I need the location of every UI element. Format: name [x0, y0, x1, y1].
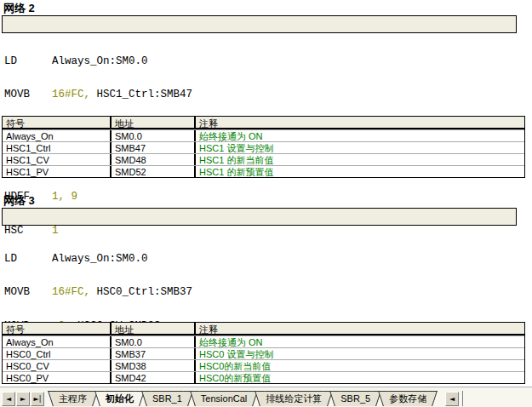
symbol-cell: Always_On [3, 336, 112, 347]
tab-label: 初始化 [106, 393, 134, 404]
symbol-table-header: 符号 [3, 323, 112, 334]
symbol-table-row: Always_On SM0.0 始终接通为 ON [3, 335, 524, 347]
symbol-cell: HSC0_PV [3, 372, 112, 383]
symbol-table-header: 符号 [3, 117, 112, 128]
comment-cell: HSC0的新当前值 [196, 360, 524, 371]
stl-literal: 16#FC, [52, 286, 90, 298]
address-cell: SMB37 [112, 348, 196, 359]
stl-opcode: LD [4, 254, 52, 265]
address-cell: SM0.0 [112, 130, 196, 141]
stl-operand: HSC0_Ctrl:SMB37 [90, 286, 192, 298]
network-comment-bar[interactable] [2, 15, 517, 33]
tab-param-storage[interactable]: 参数存储 [384, 391, 432, 406]
symbol-table-header: 地址 [112, 323, 196, 334]
symbol-table-header: 地址 [112, 117, 196, 128]
tab-init[interactable]: 初始化 [100, 391, 139, 406]
symbol-table: 符号 地址 注释 Always_On SM0.0 始终接通为 ON HSC1_C… [2, 116, 525, 178]
address-cell: SMD42 [112, 372, 196, 383]
tab-tensioncal[interactable]: TensionCal [196, 391, 252, 406]
pou-tab-bar: ◄ ► ►| 主程序 初始化 SBR_1 TensionCal 排线给定计算 S… [0, 387, 532, 407]
address-cell: SMD48 [112, 154, 196, 165]
stl-operand: Always_On:SM0.0 [52, 55, 148, 67]
comment-cell: HSC0 设置与控制 [196, 348, 524, 359]
comment-cell: HSC1 的新预置值 [196, 166, 524, 177]
stl-opcode: LD [4, 56, 52, 67]
stl-literal: 16#FC, [52, 89, 90, 100]
symbol-table-header-row: 符号 地址 注释 [3, 117, 524, 129]
comment-cell: 始终接通为 ON [196, 130, 524, 141]
symbol-table-row: HSC0_CV SMD38 HSC0的新当前值 [3, 359, 524, 371]
symbol-table-header-row: 符号 地址 注释 [3, 323, 524, 335]
tabs-last-button[interactable]: ►| [31, 392, 44, 406]
tabs-scroll-left-button[interactable]: ◄ [445, 392, 459, 406]
symbol-cell: HSC1_CV [3, 154, 112, 165]
stl-code-line: LDAlways_On:SM0.0 [4, 56, 192, 67]
address-cell: SMD52 [112, 166, 196, 177]
tab-label: SBR_5 [340, 393, 370, 404]
symbol-table-header: 注释 [196, 117, 524, 128]
stl-editor-view: 网络 2 LDAlways_On:SM0.0 MOVB16#FC, HSC1_C… [0, 0, 532, 407]
address-cell: SMB47 [112, 142, 196, 153]
stl-literal: 1, 9 [52, 191, 77, 203]
symbol-cell: HSC0_CV [3, 360, 112, 371]
tab-label: 排线给定计算 [266, 393, 322, 404]
tab-bar-divider [462, 391, 463, 406]
symbol-table-row: HSC0_Ctrl SMB37 HSC0 设置与控制 [3, 347, 524, 359]
symbol-table-row: HSC0_PV SMD42 HSC0的新预置值 [3, 371, 524, 383]
stl-operand: Always_On:SM0.0 [52, 253, 148, 265]
symbol-table-row: HSC1_Ctrl SMB47 HSC1 设置与控制 [3, 141, 524, 153]
symbol-cell: HSC1_Ctrl [3, 142, 112, 153]
comment-cell: HSC1 设置与控制 [196, 142, 524, 153]
network-title: 网络 2 [3, 1, 35, 16]
tab-sbr5[interactable]: SBR_5 [335, 391, 375, 406]
symbol-table-row: HSC1_PV SMD52 HSC1 的新预置值 [3, 165, 524, 177]
tabs-prev-button[interactable]: ◄ [2, 392, 15, 406]
stl-code-line: LDAlways_On:SM0.0 [4, 254, 199, 265]
tab-label: 主程序 [59, 393, 87, 404]
symbol-cell: Always_On [3, 130, 112, 141]
address-cell: SM0.0 [112, 336, 196, 347]
pou-tabs: 主程序 初始化 SBR_1 TensionCal 排线给定计算 SBR_5 参数… [54, 391, 440, 406]
symbol-table-row: HSC1_CV SMD48 HSC1 的新当前值 [3, 153, 524, 165]
symbol-table-row: Always_On SM0.0 始终接通为 ON [3, 129, 524, 141]
comment-cell: HSC0的新预置值 [196, 372, 524, 383]
tab-label: 参数存储 [389, 393, 426, 404]
comment-cell: 始终接通为 ON [196, 336, 524, 347]
tab-winding-setpoint-calc[interactable]: 排线给定计算 [260, 391, 327, 406]
tab-label: TensionCal [201, 393, 247, 404]
tab-main-program[interactable]: 主程序 [54, 391, 92, 406]
stl-code-line: MOVB16#FC, HSC0_Ctrl:SMB37 [4, 287, 199, 298]
stl-opcode: MOVB [4, 89, 52, 100]
comment-cell: HSC1 的新当前值 [196, 154, 524, 165]
symbol-cell: HSC0_Ctrl [3, 348, 112, 359]
tab-sbr1[interactable]: SBR_1 [147, 391, 187, 406]
symbol-table: 符号 地址 注释 Always_On SM0.0 始终接通为 ON HSC0_C… [2, 322, 525, 384]
symbol-table-header: 注释 [196, 323, 524, 334]
tab-label: SBR_1 [152, 393, 182, 404]
network-title: 网络 3 [3, 193, 35, 209]
address-cell: SMD38 [112, 360, 196, 371]
stl-code-line: MOVB16#FC, HSC1_Ctrl:SMB47 [4, 89, 192, 100]
stl-opcode: MOVB [4, 287, 52, 298]
symbol-cell: HSC1_PV [3, 166, 112, 177]
stl-operand: HSC1_Ctrl:SMB47 [90, 89, 192, 100]
tabs-next-button[interactable]: ► [16, 392, 30, 406]
network-comment-bar[interactable] [2, 208, 517, 226]
